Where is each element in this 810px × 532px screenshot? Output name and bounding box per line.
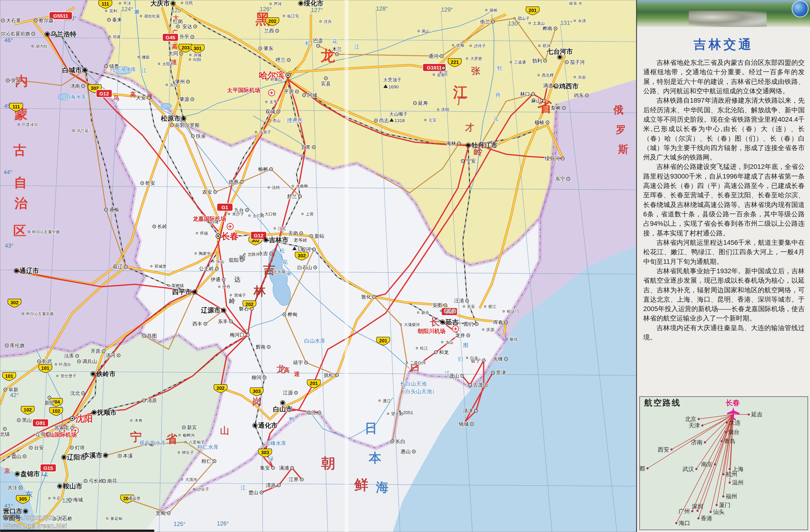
svg-text:大安: 大安 [136,95,146,100]
svg-text:松江: 松江 [420,346,428,350]
svg-text:公主岭: 公主岭 [199,266,214,271]
svg-text:速: 速 [294,370,300,377]
svg-text:土龙山: 土龙山 [533,21,545,25]
svg-text:榆树: 榆树 [258,166,268,172]
svg-text:日: 日 [364,421,377,435]
expressway-shield: G91 [33,419,48,427]
svg-text:升平: 升平 [179,34,189,39]
sidebar: 吉林交通 吉林省地处东北三省及内蒙古自治区东部四盟的交通枢纽地带，交通地位十分重… [636,0,810,532]
svg-text:山: 山 [220,426,229,436]
svg-text:湖: 湖 [286,270,291,276]
svg-text:德裕: 德裕 [489,8,498,12]
svg-text:131°: 131° [560,19,572,26]
svg-text:开原: 开原 [91,348,100,354]
svg-text:G15: G15 [43,465,53,471]
air-destination: 杭州 [723,471,738,477]
svg-text:129°: 129° [441,6,453,13]
svg-text:G1: G1 [222,204,228,210]
svg-text:济南: 济南 [691,439,703,446]
svg-text:铧尖子: 铧尖子 [182,450,194,455]
svg-text:台安: 台安 [34,445,44,450]
svg-text:辽源市: 辽源市 [201,307,221,314]
svg-text:大罗密: 大罗密 [470,56,482,61]
svg-text:天津: 天津 [688,422,700,429]
svg-text:八里甸子: 八里甸子 [189,440,205,444]
svg-text:天岗: 天岗 [288,230,298,236]
svg-text:碱厂: 碱厂 [149,442,157,447]
svg-text:梨树镇: 梨树镇 [172,283,184,288]
svg-text:111: 111 [101,1,109,6]
svg-text:镇赉: 镇赉 [109,63,119,69]
expressway-shield: G15 [40,464,56,472]
svg-text:临江: 临江 [306,410,316,415]
svg-text:长春: 长春 [725,399,740,407]
svg-text:五常: 五常 [301,144,311,150]
svg-text:201: 201 [379,338,387,343]
svg-text:望天鹅: 望天鹅 [391,412,403,416]
svg-text:临江屯: 临江屯 [287,14,299,18]
svg-text:平洋: 平洋 [123,1,131,5]
svg-text:宾县: 宾县 [321,81,331,86]
svg-text:鲜: 鲜 [354,477,368,493]
svg-text:大口钦: 大口钦 [265,212,277,216]
air-destination: 济南 [691,439,706,446]
svg-text:广州: 广州 [678,508,690,514]
svg-text:腰新: 腰新 [142,55,150,59]
svg-text:福州: 福州 [725,493,737,499]
svg-text:兴城: 兴城 [194,53,201,57]
svg-text:宽甸: 宽甸 [156,510,165,516]
svg-text:沈北: 沈北 [70,390,80,396]
svg-text:长: 长 [430,317,440,327]
svg-text:滴道: 滴道 [543,83,553,88]
svg-text:洼兴: 洼兴 [324,19,331,23]
waterfall-image [689,11,767,27]
svg-text:牡丹江市: 牡丹江市 [471,142,498,149]
svg-text:G1011: G1011 [427,65,442,70]
svg-text:沈阳: 沈阳 [75,414,93,423]
svg-text:茂山: 茂山 [449,373,459,379]
sidebar-paragraph: 吉林省地处东北三省及内蒙古自治区东部四盟的交通枢纽地带，交通地位十分重要。经过一… [643,58,805,96]
map-canvas[interactable]: 123°124°125°126°127°128°129°130°131°46°4… [0,0,636,532]
airport-icon: ✈ [452,326,459,332]
svg-text:江: 江 [142,67,147,73]
svg-text:胡吉吐莫: 胡吉吐莫 [144,14,160,18]
svg-text:双辽: 双辽 [113,264,123,269]
svg-text:牛庄: 牛庄 [52,496,61,500]
svg-text:楚山: 楚山 [248,489,258,495]
air-routes-panel: 航空路线 延吉北京天津大连烟台济南青岛西安成都南京武汉上海杭州温州福州厦门汕头深… [639,396,808,530]
svg-text:长岭: 长岭 [157,223,167,229]
air-destination: 北京 [685,416,700,422]
svg-text:乾安: 乾安 [145,180,155,186]
svg-text:古: 古 [13,143,26,157]
svg-text:柳河: 柳河 [252,375,261,380]
airport-icon: ✈ [227,223,233,230]
svg-text:海林: 海林 [446,140,456,146]
city-marker: 科尔沁左翼后旗 [22,312,54,316]
svg-text:乌: 乌 [113,95,119,101]
map-svg[interactable]: 123°124°125°126°127°128°129°130°131°46°4… [0,0,636,532]
svg-text:斯: 斯 [618,144,628,155]
svg-text:凤山: 凤山 [422,29,430,33]
svg-text:桦南: 桦南 [542,26,552,31]
svg-text:124°: 124° [121,6,133,12]
svg-text:通化市: 通化市 [258,422,278,429]
svg-text:青岛: 青岛 [724,438,735,444]
air-destination: 厦门 [715,502,730,508]
svg-text:2051: 2051 [403,410,413,415]
svg-text:乌兰花: 乌兰花 [77,129,89,133]
air-routes-diagram[interactable]: 延吉北京天津大连烟台济南青岛西安成都南京武汉上海杭州温州福州厦门汕头深圳广州香港… [640,397,810,530]
svg-text:延吉: 延吉 [445,318,459,326]
svg-text:法库: 法库 [64,353,74,359]
svg-text:漫江: 漫江 [383,399,391,403]
svg-text:双城: 双城 [265,109,275,114]
svg-text:✈: ✈ [228,224,232,229]
svg-text:102: 102 [23,407,32,413]
svg-text:省: 省 [165,432,178,445]
svg-text:201: 201 [529,8,536,13]
svg-text:农安: 农安 [202,189,212,195]
svg-text:勃利: 勃利 [532,58,542,63]
svg-text:怀德: 怀德 [200,231,208,235]
svg-text:麻山: 麻山 [531,98,541,103]
svg-text:深圳: 深圳 [692,503,703,510]
svg-text:122°: 122° [62,497,74,504]
